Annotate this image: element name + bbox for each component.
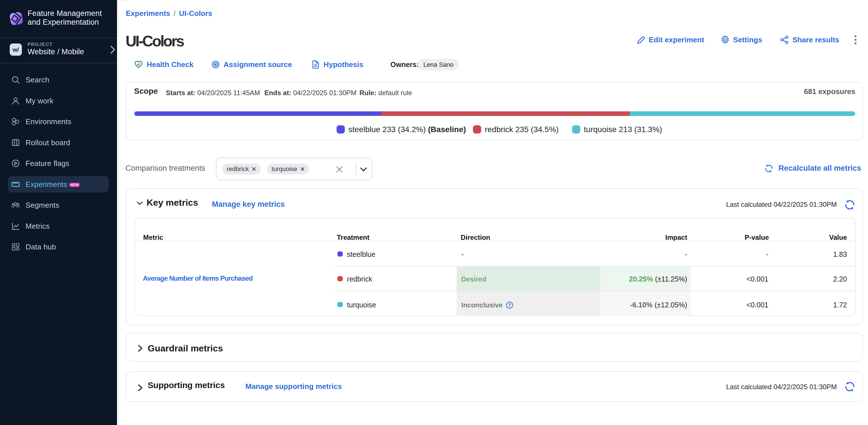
svg-text:?: ? <box>508 303 511 308</box>
